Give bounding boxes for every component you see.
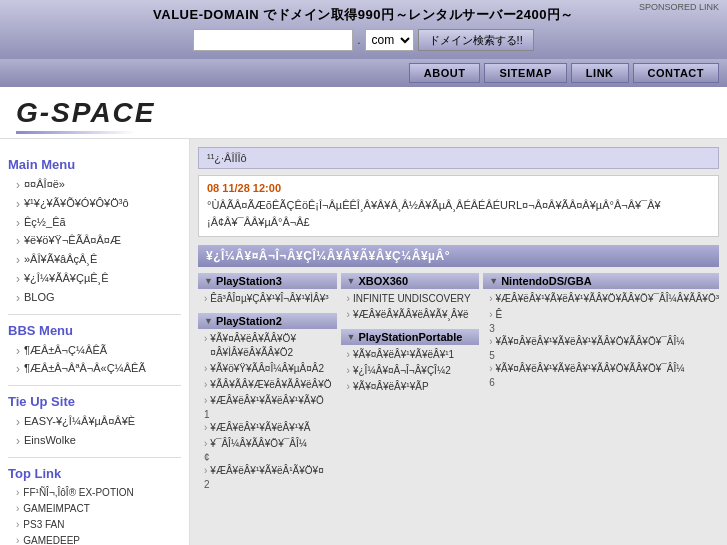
domain-input[interactable] xyxy=(193,29,353,51)
games-grid: PlayStation3 Êã³ÂÎ¤µ¥ÇÂ¥¹¥Î¬Â¥¹¥ÌÂ¥³ Pla… xyxy=(198,273,719,490)
search-btn[interactable]: ドメイン検索する!! xyxy=(418,29,534,51)
sidebar: Main Menu ¤¤ÂÎ¤ë» ¥¹¥¿¥Ã¥Õ¥Ó¥Ô¥Ö³ô Êç½_Ê… xyxy=(0,139,190,545)
sidebar-item-2[interactable]: Êç½_Êã xyxy=(8,214,181,233)
site-title-underline xyxy=(16,131,136,134)
game-ps2-4[interactable]: ¥ÆÂ¥ëÂ¥¹¥Ã¥ëÂ¥¹¥Ã xyxy=(198,420,337,436)
link-button[interactable]: LINK xyxy=(571,63,629,83)
contact-button[interactable]: CONTACT xyxy=(633,63,719,83)
top-link-item-3[interactable]: GAMEDEEP xyxy=(8,533,181,545)
game-ps2-label-6: ¥ÆÂ¥ëÂ¥¹¥Ã¥ëÂ¹Ã¥Ö¥¤ xyxy=(210,464,323,478)
platform-header-nds: NintendoDS/GBA xyxy=(483,273,719,289)
ad-title: VALUE-DOMAIN でドメイン取得990円～レンタルサーバー2400円～ xyxy=(10,6,717,24)
game-ps2-label-0: ¥Ã¥¤Â¥ëÂ¥ÃÂ¥Ö¥¤Â¥ÌÂ¥ëÂ¥ÃÂ¥Ö2 xyxy=(210,332,336,360)
game-ps2-3[interactable]: ¥ÆÂ¥ëÂ¥¹¥Ã¥ëÂ¥¹¥Ã¥Ö xyxy=(198,393,337,409)
game-ps3-0[interactable]: Êã³ÂÎ¤µ¥ÇÂ¥¹¥Î¬Â¥¹¥ÌÂ¥³ xyxy=(198,291,337,307)
nav-bar: ABOUT SITEMAP LINK CONTACT xyxy=(0,59,727,87)
game-ps2-num-2: 2 xyxy=(198,479,337,490)
sidebar-divider-1 xyxy=(8,314,181,315)
game-nds-1[interactable]: Ê xyxy=(483,307,719,323)
game-nds-label-0: ¥ÆÂ¥ëÂ¥¹¥Ã¥ëÂ¥¹¥ÃÂ¥Ö¥ÃÂ¥Ö¥¯ÂÎ¼Â¥ÃÂ¥Ö³ xyxy=(496,292,719,306)
sidebar-item-3[interactable]: ¥ë¥ö¥Ÿ¬ÊÃÂ¤Â¤Æ xyxy=(8,232,181,251)
top-link-title: Top Link xyxy=(8,466,181,481)
content-area: ¹¹¿·ÂÎÍÎô 08 11/28 12:00 °ÙÂÃÂ¤ÃÆõÊÃÇÊöÊ… xyxy=(190,139,727,545)
platform-header-ps2: PlayStation2 xyxy=(198,313,337,329)
game-ps2-num-1: 1 xyxy=(198,409,337,420)
game-ps2-label-4: ¥ÆÂ¥ëÂ¥¹¥Ã¥ëÂ¥¹¥Ã xyxy=(210,421,310,435)
game-nds-label-3: ¥Ã¥¤Â¥ëÂ¥¹¥Ã¥ëÂ¥¹¥ÃÂ¥Ö¥ÃÂ¥Ö¥¯ÂÎ¼ xyxy=(496,362,685,376)
bbs-menu-title: BBS Menu xyxy=(8,323,181,338)
game-xbox-1[interactable]: ¥ÆÂ¥ëÂ¥ÃÂ¥ëÂ¥Ã¥¸Â¥ë xyxy=(341,307,480,323)
tieup-item-1[interactable]: EinsWolke xyxy=(8,432,181,451)
tld-select[interactable]: com net org jp xyxy=(365,29,414,51)
game-nds-num-5: 5 xyxy=(483,350,719,361)
tieup-item-label-0: EASY-¥¿Î¼Â¥µÂ¤Â¥È xyxy=(24,414,135,429)
platform-ps2-label: PlayStation2 xyxy=(216,315,282,327)
game-ps2-5[interactable]: ¥¯ÂÎ¼Â¥ÃÂ¥Ö¥¯ÂÎ¼ xyxy=(198,436,337,452)
bbs-item-label-0: ¶ÆÂ±Â¬Ç¼ÂÊÃ xyxy=(24,343,107,358)
game-ps2-label-3: ¥ÆÂ¥ëÂ¥¹¥Ã¥ëÂ¥¹¥Ã¥Ö xyxy=(210,394,323,408)
top-link-label-1: GAMEIMPACT xyxy=(23,502,89,516)
top-link-label-0: FF¹ÑÎ¬,ÎôÎ® EX-POTION xyxy=(23,486,133,500)
platform-nds-label: NintendoDS/GBA xyxy=(501,275,591,287)
sidebar-item-5[interactable]: ¥¿Î¼¥ÃÂ¥ÇµÊ¸Ê xyxy=(8,270,181,289)
game-ps2-0[interactable]: ¥Ã¥¤Â¥ëÂ¥ÃÂ¥Ö¥¤Â¥ÌÂ¥ëÂ¥ÃÂ¥Ö2 xyxy=(198,331,337,361)
sidebar-item-blog[interactable]: BLOG xyxy=(8,289,181,308)
game-psp-1[interactable]: ¥¿Î¼Â¥¤Â¬Î¬Â¥ÇÎ¼2 xyxy=(341,363,480,379)
domain-search-row: . com net org jp ドメイン検索する!! xyxy=(10,29,717,51)
top-link-item-0[interactable]: FF¹ÑÎ¬,ÎôÎ® EX-POTION xyxy=(8,485,181,501)
game-ps2-2[interactable]: ¥ÃÂ¥ÃÂ¥Æ¥ëÂ¥ÃÂ¥ëÂ¥Ö xyxy=(198,377,337,393)
game-psp-label-1: ¥¿Î¼Â¥¤Â¬Î¬Â¥ÇÎ¼2 xyxy=(353,364,451,378)
game-psp-2[interactable]: ¥Ã¥¤Â¥ëÂ¥¹¥ÃP xyxy=(341,379,480,395)
info-box: ¹¹¿·ÂÎÍÎô xyxy=(198,147,719,169)
about-button[interactable]: ABOUT xyxy=(409,63,481,83)
sidebar-item-4[interactable]: »ÂÎ¥Ã¥âÂçÂ¸Ê xyxy=(8,251,181,270)
site-title: G-SPACE xyxy=(16,97,711,129)
game-nds-label-2: ¥Ã¥¤Â¥ëÂ¥¹¥Ã¥ëÂ¥¹¥ÃÂ¥Ö¥ÃÂ¥Ö¥¯ÂÎ¼ xyxy=(496,335,685,349)
sidebar-item-1[interactable]: ¥¹¥¿¥Ã¥Õ¥Ó¥Ô¥Ö³ô xyxy=(8,195,181,214)
game-nds-2[interactable]: ¥Ã¥¤Â¥ëÂ¥¹¥Ã¥ëÂ¥¹¥ÃÂ¥Ö¥ÃÂ¥Ö¥¯ÂÎ¼ xyxy=(483,334,719,350)
game-psp-0[interactable]: ¥Ã¥¤Â¥ëÂ¥¹¥Ã¥ëÂ¥¹1 xyxy=(341,347,480,363)
game-ps2-1[interactable]: ¥Ã¥ö¥Ÿ¥ÃÂ¤Î¼Â¥µÂ¤Â2 xyxy=(198,361,337,377)
dot-separator: . xyxy=(357,33,360,47)
sidebar-item-label-5: ¥¿Î¼¥ÃÂ¥ÇµÊ¸Ê xyxy=(24,271,109,286)
site-header: G-SPACE xyxy=(0,87,727,139)
platform-header-ps3: PlayStation3 xyxy=(198,273,337,289)
news-item: 08 11/28 12:00 °ÙÂÃÂ¤ÃÆõÊÃÇÊöÊ¡Î¬ÂµÊÊÎ¸Â… xyxy=(198,175,719,237)
games-column-2: XBOX360 INFINITE UNDISCOVERY ¥ÆÂ¥ëÂ¥ÃÂ¥ë… xyxy=(341,273,480,490)
news-content: °ÙÂÃÂ¤ÃÆõÊÃÇÊöÊ¡Î¬ÂµÊÊÎ¸Â¥Â¥Â¸Â½Â¥ÃµÂ¸ÂÉ… xyxy=(207,197,710,230)
game-ps2-label-5: ¥¯ÂÎ¼Â¥ÃÂ¥Ö¥¯ÂÎ¼ xyxy=(210,437,307,451)
sidebar-divider-2 xyxy=(8,385,181,386)
sitemap-button[interactable]: SITEMAP xyxy=(484,63,566,83)
game-psp-label-2: ¥Ã¥¤Â¥ëÂ¥¹¥ÃP xyxy=(353,380,429,394)
sponsored-link-label: SPONSORED LINK xyxy=(639,2,719,12)
info-box-text: ¹¹¿·ÂÎÍÎô xyxy=(207,152,247,164)
top-link-label-3: GAMEDEEP xyxy=(23,534,80,545)
tieup-item-0[interactable]: EASY-¥¿Î¼Â¥µÂ¤Â¥È xyxy=(8,413,181,432)
game-ps3-label-0: Êã³ÂÎ¤µ¥ÇÂ¥¹¥Î¬Â¥¹¥ÌÂ¥³ xyxy=(210,292,328,306)
game-nds-num-6: 6 xyxy=(483,377,719,388)
bbs-item-0[interactable]: ¶ÆÂ±Â¬Ç¼ÂÊÃ xyxy=(8,342,181,361)
sidebar-item-label-blog: BLOG xyxy=(24,290,55,305)
sidebar-item-label-4: »ÂÎ¥Ã¥âÂçÂ¸Ê xyxy=(24,252,97,267)
top-link-item-2[interactable]: PS3 FAN xyxy=(8,517,181,533)
game-ps2-label-1: ¥Ã¥ö¥Ÿ¥ÃÂ¤Î¼Â¥µÂ¤Â2 xyxy=(210,362,324,376)
platform-header-psp: PlayStationPortable xyxy=(341,329,480,345)
game-nds-0[interactable]: ¥ÆÂ¥ëÂ¥¹¥Ã¥ëÂ¥¹¥ÃÂ¥Ö¥ÃÂ¥Ö¥¯ÂÎ¼Â¥ÃÂ¥Ö³ xyxy=(483,291,719,307)
bbs-item-1[interactable]: ¶ÆÂ±Â¬ÂªÂ¬Â«Ç¼ÂÊÃ xyxy=(8,360,181,379)
game-nds-3[interactable]: ¥Ã¥¤Â¥ëÂ¥¹¥Ã¥ëÂ¥¹¥ÃÂ¥Ö¥ÃÂ¥Ö¥¯ÂÎ¼ xyxy=(483,361,719,377)
tieup-title: Tie Up Site xyxy=(8,394,181,409)
game-ps2-6[interactable]: ¥ÆÂ¥ëÂ¥¹¥Ã¥ëÂ¹Ã¥Ö¥¤ xyxy=(198,463,337,479)
platform-xbox360-label: XBOX360 xyxy=(359,275,409,287)
game-ps2-num-c: ¢ xyxy=(198,452,337,463)
sidebar-item-label-2: Êç½_Êã xyxy=(24,215,66,230)
platform-psp-label: PlayStationPortable xyxy=(359,331,463,343)
game-xbox-label-1: ¥ÆÂ¥ëÂ¥ÃÂ¥ëÂ¥Ã¥¸Â¥ë xyxy=(353,308,469,322)
tieup-item-label-1: EinsWolke xyxy=(24,433,76,448)
sidebar-item-0[interactable]: ¤¤ÂÎ¤ë» xyxy=(8,176,181,195)
main-layout: Main Menu ¤¤ÂÎ¤ë» ¥¹¥¿¥Ã¥Õ¥Ó¥Ô¥Ö³ô Êç½_Ê… xyxy=(0,139,727,545)
main-menu-title: Main Menu xyxy=(8,157,181,172)
game-xbox-0[interactable]: INFINITE UNDISCOVERY xyxy=(341,291,480,307)
news-date: 08 11/28 12:00 xyxy=(207,182,710,194)
game-xbox-label-0: INFINITE UNDISCOVERY xyxy=(353,292,471,306)
top-link-item-1[interactable]: GAMEIMPACT xyxy=(8,501,181,517)
